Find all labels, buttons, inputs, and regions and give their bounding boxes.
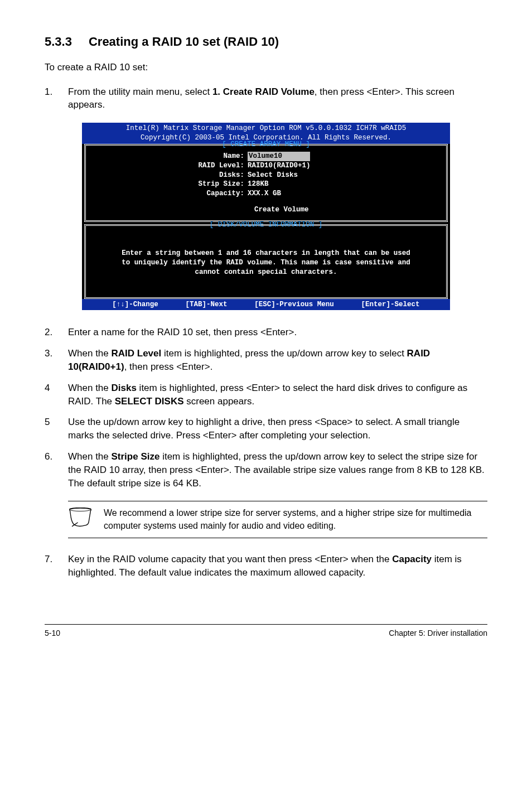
name-value: Volume10 xyxy=(248,152,310,161)
chapter-label: Chapter 5: Driver installation xyxy=(389,628,487,639)
step-text: Enter a name for the RAID 10 set, then p… xyxy=(68,326,487,339)
step-number: 1. xyxy=(45,85,68,112)
strip-size-value: 128KB xyxy=(248,180,269,189)
raid-level-value: RAID10(RAID0+1) xyxy=(248,161,311,171)
step-text: From the utility main menu, select 1. Cr… xyxy=(68,85,487,112)
section-heading: 5.3.3Creating a RAID 10 set (RAID 10) xyxy=(45,33,487,51)
bios-screenshot: Intel(R) Matrix Storage Manager Option R… xyxy=(82,123,450,310)
hint-prev: [ESC]-Previous Menu xyxy=(254,300,334,310)
svg-point-0 xyxy=(70,509,91,511)
disk-volume-info-panel: [ DISK/VOLUME INFORMATION ] Enter a stri… xyxy=(84,224,448,299)
step-2: 2. Enter a name for the RAID 10 set, the… xyxy=(45,326,487,339)
step-number: 3. xyxy=(45,347,68,374)
step-text: When the Stripe Size item is highlighted… xyxy=(68,450,487,490)
step-1: 1. From the utility main menu, select 1.… xyxy=(45,85,487,112)
step-number: 7. xyxy=(45,553,68,579)
step-text: Key in the RAID volume capacity that you… xyxy=(68,553,487,579)
step-3: 3. When the RAID Level item is highlight… xyxy=(45,347,487,374)
panel-title: [ CREATE ARRAY MENU ] xyxy=(91,140,441,149)
panel-title: [ DISK/VOLUME INFORMATION ] xyxy=(91,220,441,230)
capacity-value: XXX.X GB xyxy=(248,189,281,199)
strip-size-label: Strip Size: xyxy=(125,180,248,189)
step-text: When the Disks item is highlighted, pres… xyxy=(68,381,487,408)
capacity-label: Capacity: xyxy=(125,189,248,199)
disks-value: Select Disks xyxy=(248,171,298,180)
step-number: 6. xyxy=(45,450,68,490)
step-number: 5 xyxy=(45,416,68,442)
step-number: 2. xyxy=(45,326,68,339)
intro-text: To create a RAID 10 set: xyxy=(45,61,487,74)
step-6: 6. When the Stripe Size item is highligh… xyxy=(45,450,487,490)
step-number: 4 xyxy=(45,381,68,408)
step-text: When the RAID Level item is highlighted,… xyxy=(68,347,487,374)
page-footer: 5-10 Chapter 5: Driver installation xyxy=(45,624,487,639)
create-array-panel: [ CREATE ARRAY MENU ] Name:Volume10 RAID… xyxy=(84,144,448,222)
raid-level-label: RAID Level: xyxy=(125,161,248,171)
page-number: 5-10 xyxy=(45,628,60,639)
hint-select: [Enter]-Select xyxy=(361,300,420,310)
name-label: Name: xyxy=(125,152,248,161)
hint-next: [TAB]-Next xyxy=(186,300,228,310)
step-5: 5 Use the up/down arrow key to highlight… xyxy=(45,416,487,442)
create-volume-action: Create Volume xyxy=(254,205,441,215)
note-box: We recommend a lower stripe size for ser… xyxy=(68,501,487,538)
bios-body: [ CREATE ARRAY MENU ] Name:Volume10 RAID… xyxy=(82,144,450,299)
step-text: Use the up/down arrow key to highlight a… xyxy=(68,416,487,442)
hint-change: [↑↓]-Change xyxy=(112,300,158,310)
disks-label: Disks: xyxy=(125,171,248,180)
note-icon xyxy=(68,508,93,532)
info-text: Enter a string between 1 and 16 characte… xyxy=(91,249,441,277)
step-7: 7. Key in the RAID volume capacity that … xyxy=(45,553,487,579)
step-4: 4 When the Disks item is highlighted, pr… xyxy=(45,381,487,408)
section-number: 5.3.3 xyxy=(45,35,72,49)
note-text: We recommend a lower stripe size for ser… xyxy=(104,507,487,532)
bios-title-line1: Intel(R) Matrix Storage Manager Option R… xyxy=(84,124,448,133)
section-title: Creating a RAID 10 set (RAID 10) xyxy=(89,35,279,49)
bios-footer: [↑↓]-Change [TAB]-Next [ESC]-Previous Me… xyxy=(82,299,450,311)
